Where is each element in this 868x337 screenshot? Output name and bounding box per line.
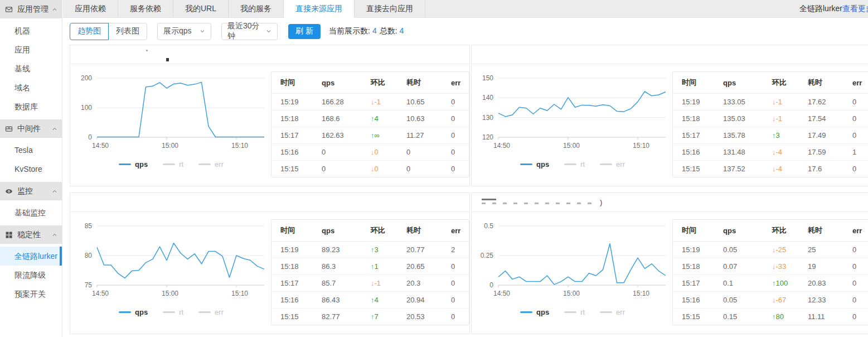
table-row: 15:19133.05↓-117.620 bbox=[673, 94, 868, 110]
sidebar-group-0[interactable]: 应用管理 bbox=[0, 0, 62, 18]
legend-line-swatch bbox=[600, 311, 612, 313]
cell-cost: 17.6 bbox=[799, 161, 843, 177]
cell-err: 0 bbox=[843, 258, 868, 275]
sidebar-item[interactable]: Tesla bbox=[0, 141, 62, 160]
table-row: 15:17162.63↑∞11.270 bbox=[271, 127, 470, 144]
panel-title: ) bbox=[472, 193, 868, 212]
cell-time: 15:19 bbox=[271, 242, 313, 258]
svg-text:150: 150 bbox=[482, 74, 493, 82]
legend-rt[interactable]: rt bbox=[564, 160, 585, 168]
legend-err[interactable]: err bbox=[600, 160, 625, 168]
chevron-down-icon bbox=[266, 27, 271, 36]
cell-cost: 20.53 bbox=[397, 309, 442, 325]
sidebar-item[interactable]: 基线 bbox=[0, 59, 62, 78]
list-view-button[interactable]: 列表图 bbox=[108, 23, 147, 40]
table-header: 时间 bbox=[673, 220, 714, 242]
panel-title bbox=[70, 193, 469, 212]
view-more-link[interactable]: 查看更多 bbox=[842, 4, 868, 14]
metric-select[interactable]: 展示qps bbox=[157, 23, 211, 40]
chevron-up-icon bbox=[52, 232, 57, 238]
count-label: 当前展示数: bbox=[329, 26, 370, 35]
sidebar-item[interactable]: 域名 bbox=[0, 78, 62, 97]
cell-ring-ratio: ↓-1 bbox=[763, 110, 799, 127]
sidebar-group-3[interactable]: 稳定性 bbox=[0, 225, 62, 244]
legend-qps[interactable]: qps bbox=[119, 308, 148, 316]
sidebar-item[interactable]: KvStore bbox=[0, 160, 62, 179]
cell-ring-ratio: ↓-1 bbox=[362, 94, 397, 110]
svg-text:14:50: 14:50 bbox=[493, 290, 510, 297]
sidebar-item[interactable]: 应用 bbox=[0, 40, 62, 59]
eye-icon bbox=[5, 187, 13, 195]
sidebar-group-label: 监控 bbox=[17, 186, 33, 196]
cell-qps: 0.05 bbox=[714, 292, 763, 309]
legend-rt[interactable]: rt bbox=[163, 160, 183, 168]
sidebar-item[interactable]: 机器 bbox=[0, 21, 62, 40]
cell-time: 15:16 bbox=[673, 292, 714, 309]
chart-panel: ) 00.250.514:5015:0015:10qpsrterr 时间qps环… bbox=[471, 192, 868, 334]
cell-qps: 135.03 bbox=[714, 110, 763, 127]
table-header: 环比 bbox=[362, 72, 397, 94]
legend-line-swatch bbox=[198, 311, 211, 313]
cell-ring-ratio: ↓-25 bbox=[763, 242, 799, 258]
table-header: 耗时 bbox=[799, 72, 843, 94]
legend-line-swatch bbox=[163, 163, 175, 165]
table-row: 15:1989.23↑320.772 bbox=[271, 242, 470, 258]
cell-qps: 162.63 bbox=[313, 127, 362, 144]
table-row: 15:1686.43↑420.940 bbox=[271, 292, 470, 309]
cell-time: 15:15 bbox=[673, 161, 714, 177]
cell-time: 15:18 bbox=[673, 258, 714, 275]
table-header: qps bbox=[714, 220, 763, 242]
cell-ring-ratio: ↓-1 bbox=[362, 275, 397, 292]
sidebar-item[interactable]: 限流降级 bbox=[0, 266, 62, 285]
legend-err[interactable]: err bbox=[600, 308, 625, 316]
sidebar-item[interactable]: 预案开关 bbox=[0, 285, 62, 304]
cell-time: 15:16 bbox=[271, 144, 313, 161]
cell-time: 15:16 bbox=[673, 144, 714, 161]
tab-3[interactable]: 我的服务 bbox=[229, 0, 284, 17]
sidebar-item[interactable]: 全链路lurker bbox=[0, 247, 62, 266]
cell-cost: 25 bbox=[799, 242, 843, 258]
sidebar-item[interactable]: 数据库 bbox=[0, 97, 62, 116]
sidebar-group-2[interactable]: 监控 bbox=[0, 182, 62, 200]
cell-cost: 20.65 bbox=[397, 258, 442, 275]
cell-cost: 20.94 bbox=[397, 292, 442, 309]
tab-1[interactable]: 服务依赖 bbox=[118, 0, 173, 17]
legend-err[interactable]: err bbox=[198, 308, 224, 316]
tab-4[interactable]: 直接来源应用 bbox=[284, 0, 355, 17]
refresh-button[interactable]: 刷新 bbox=[288, 24, 321, 39]
cell-err: 0 bbox=[442, 292, 470, 309]
legend-line-swatch bbox=[119, 311, 131, 313]
sidebar-item[interactable]: 基础监控 bbox=[0, 203, 62, 222]
legend-line-swatch bbox=[163, 311, 175, 313]
view-switch: 趋势图 列表图 bbox=[70, 23, 147, 40]
cell-ring-ratio: ↑1 bbox=[362, 258, 397, 275]
legend-line-swatch bbox=[119, 163, 131, 165]
cell-cost: 19 bbox=[799, 258, 843, 275]
tab-2[interactable]: 我的URL bbox=[173, 0, 229, 17]
chart-legend: qpsrterr bbox=[473, 308, 672, 316]
cell-ring-ratio: ↓-4 bbox=[763, 144, 799, 161]
svg-text:75: 75 bbox=[85, 281, 93, 289]
legend-rt[interactable]: rt bbox=[163, 308, 183, 316]
legend-qps[interactable]: qps bbox=[520, 308, 549, 316]
legend-qps[interactable]: qps bbox=[520, 160, 549, 168]
chevron-up-icon bbox=[52, 189, 57, 194]
qps-line-chart: 75808514:5015:0015:10qpsrterr bbox=[70, 212, 271, 334]
legend-rt[interactable]: rt bbox=[564, 308, 585, 316]
table-header: 环比 bbox=[763, 220, 799, 242]
tab-0[interactable]: 应用依赖 bbox=[63, 0, 118, 17]
cell-qps: 0.05 bbox=[714, 242, 763, 258]
time-range-select[interactable]: 最近30分钟 bbox=[221, 23, 278, 40]
legend-qps[interactable]: qps bbox=[119, 160, 148, 168]
sidebar-group-1[interactable]: 中间件 bbox=[0, 119, 62, 138]
cell-cost: 20.3 bbox=[397, 275, 442, 292]
table-header: qps bbox=[313, 72, 362, 94]
cell-qps: 168.6 bbox=[313, 110, 362, 127]
chart-panel: 75808514:5015:0015:10qpsrterr 时间qps环比耗时e… bbox=[70, 192, 470, 334]
tab-5[interactable]: 直接去向应用 bbox=[355, 0, 425, 17]
svg-text:15:00: 15:00 bbox=[162, 142, 178, 150]
cell-ring-ratio: ↑3 bbox=[763, 127, 799, 144]
legend-err[interactable]: err bbox=[198, 160, 224, 168]
cell-ring-ratio: ↑80 bbox=[763, 309, 799, 325]
trend-view-button[interactable]: 趋势图 bbox=[70, 23, 109, 40]
